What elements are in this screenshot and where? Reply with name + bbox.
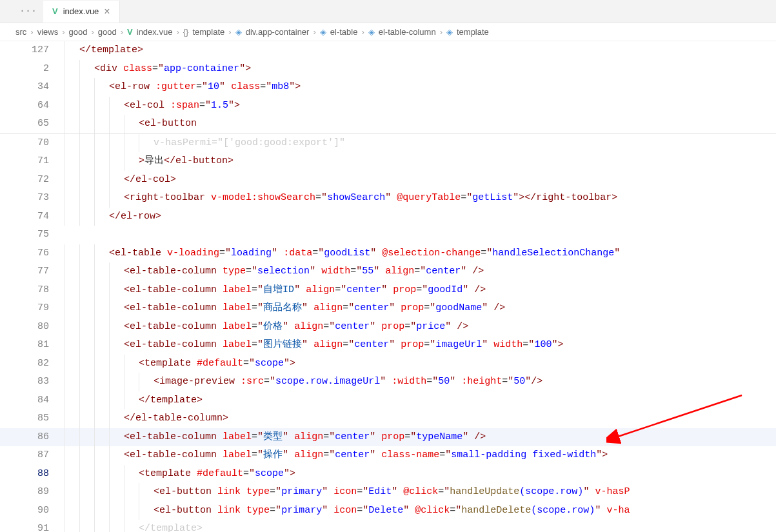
line-number: 90 xyxy=(0,502,65,520)
tab-filename: index.vue xyxy=(63,6,99,16)
editor-container: ··· V index.vue × src › views › good › g… xyxy=(0,0,776,532)
code-content[interactable]: <image-preview :src="scope.row.imageUrl"… xyxy=(65,373,776,391)
line-number: 65 xyxy=(0,115,65,133)
line-number: 70 xyxy=(0,134,65,153)
line-number: 64 xyxy=(0,97,65,115)
code-line[interactable]: 73 <right-toolbar v-model:showSearch="sh… xyxy=(0,189,776,208)
code-line[interactable]: 85 </el-table-column> xyxy=(0,409,776,428)
line-number: 86 xyxy=(0,428,65,447)
code-line[interactable]: 88 <template #default="scope"> xyxy=(0,465,776,484)
breadcrumb-item[interactable]: el-table-column xyxy=(379,27,436,37)
code-line[interactable]: 80 <el-table-column label="价格" align="ce… xyxy=(0,318,776,337)
code-line[interactable]: 78 <el-table-column label="自增ID" align="… xyxy=(0,281,776,300)
cube-icon: ◈ xyxy=(368,27,375,37)
code-content[interactable]: <el-table-column label="价格" align="cente… xyxy=(65,318,776,337)
line-number: 83 xyxy=(0,373,65,391)
code-content[interactable]: <el-table-column label="操作" align="cente… xyxy=(65,446,776,465)
code-line[interactable]: 87 <el-table-column label="操作" align="ce… xyxy=(0,446,776,465)
code-line[interactable]: 79 <el-table-column label="商品名称" align="… xyxy=(0,299,776,318)
line-number: 82 xyxy=(0,355,65,373)
code-line[interactable]: 89 <el-button link type="primary" icon="… xyxy=(0,483,776,502)
vue-icon: V xyxy=(52,6,58,16)
code-line[interactable]: 34 <el-row :gutter="10" class="mb8"> xyxy=(0,78,776,97)
code-content[interactable]: </template> xyxy=(65,41,776,60)
breadcrumb-sep: › xyxy=(313,27,315,37)
breadcrumb-item[interactable]: template xyxy=(457,27,489,37)
code-line[interactable]: 70 v-hasPermi="['good:good:export']" xyxy=(0,134,776,153)
code-content[interactable]: <el-table-column type="selection" width=… xyxy=(65,262,776,281)
code-content[interactable]: v-hasPermi="['good:good:export']" xyxy=(65,134,776,153)
code-content[interactable]: </template> xyxy=(65,520,776,532)
code-content[interactable]: <template #default="scope"> xyxy=(65,465,776,484)
line-number: 127 xyxy=(0,41,65,60)
close-icon[interactable]: × xyxy=(104,6,110,17)
code-line[interactable]: 127 </template> xyxy=(0,41,776,60)
code-content[interactable] xyxy=(65,226,776,244)
code-line[interactable]: 77 <el-table-column type="selection" wid… xyxy=(0,262,776,281)
code-content[interactable]: <el-table-column label="图片链接" align="cen… xyxy=(65,336,776,355)
line-number: 34 xyxy=(0,78,65,97)
code-content[interactable]: <el-table-column label="商品名称" align="cen… xyxy=(65,299,776,318)
breadcrumb-item[interactable]: src xyxy=(15,27,26,37)
breadcrumb-item[interactable]: el-table xyxy=(330,27,358,37)
code-content[interactable]: <el-button xyxy=(65,115,776,133)
tab-index-vue[interactable]: V index.vue × xyxy=(43,1,120,23)
breadcrumb-item[interactable]: good xyxy=(98,27,117,37)
line-number: 77 xyxy=(0,262,65,281)
line-number: 71 xyxy=(0,152,65,171)
code-content[interactable]: <el-button link type="primary" icon="Edi… xyxy=(65,483,776,502)
code-line[interactable]: 86 <el-table-column label="类型" align="ce… xyxy=(0,428,776,447)
code-line[interactable]: 84 </template> xyxy=(0,391,776,410)
line-number: 2 xyxy=(0,60,65,79)
code-content[interactable]: </el-row> xyxy=(65,208,776,226)
breadcrumb-item[interactable]: views xyxy=(37,27,59,37)
line-number: 72 xyxy=(0,171,65,190)
code-line[interactable]: 90 <el-button link type="primary" icon="… xyxy=(0,502,776,520)
breadcrumb-sep: › xyxy=(62,27,65,37)
code-line[interactable]: 65 <el-button xyxy=(0,115,776,133)
line-number: 78 xyxy=(0,281,65,300)
line-number: 84 xyxy=(0,391,65,410)
code-content[interactable]: <el-table-column label="自增ID" align="cen… xyxy=(65,281,776,300)
breadcrumb-sep: › xyxy=(440,27,443,37)
code-content[interactable]: <el-table-column label="类型" align="cente… xyxy=(65,428,776,447)
code-line[interactable]: 2 <div class="app-container"> xyxy=(0,60,776,79)
code-line[interactable]: 64 <el-col :span="1.5"> xyxy=(0,97,776,115)
code-line[interactable]: 71 >导出</el-button> xyxy=(0,152,776,171)
code-line[interactable]: 74 </el-row> xyxy=(0,208,776,226)
code-content[interactable]: </template> xyxy=(65,391,776,410)
breadcrumb-sep: › xyxy=(121,27,123,37)
code-content[interactable]: >导出</el-button> xyxy=(65,152,776,171)
line-number: 89 xyxy=(0,483,65,502)
code-line[interactable]: 81 <el-table-column label="图片链接" align="… xyxy=(0,336,776,355)
code-content[interactable]: <el-table v-loading="loading" :data="goo… xyxy=(65,244,776,263)
sticky-scroll-header[interactable]: 127 </template> 2 <div class="app-contai… xyxy=(0,41,776,134)
code-content[interactable]: <el-button link type="primary" icon="Del… xyxy=(65,502,776,520)
code-content[interactable]: <el-row :gutter="10" class="mb8"> xyxy=(65,78,776,97)
line-number: 88 xyxy=(0,465,65,484)
activity-menu-icon[interactable]: ··· xyxy=(13,6,43,17)
code-line[interactable]: 83 <image-preview :src="scope.row.imageU… xyxy=(0,373,776,391)
code-content[interactable]: </el-table-column> xyxy=(65,409,776,428)
breadcrumb[interactable]: src › views › good › good › V index.vue … xyxy=(0,23,776,41)
code-line[interactable]: 75 xyxy=(0,226,776,244)
code-line[interactable]: 76 <el-table v-loading="loading" :data="… xyxy=(0,244,776,263)
breadcrumb-sep: › xyxy=(176,27,179,37)
breadcrumb-item[interactable]: good xyxy=(69,27,88,37)
code-line[interactable]: 91 </template> xyxy=(0,520,776,532)
breadcrumb-sep: › xyxy=(228,27,231,37)
code-editor[interactable]: 70 v-hasPermi="['good:good:export']" 71 … xyxy=(0,134,776,533)
breadcrumb-item[interactable]: template xyxy=(192,27,224,37)
code-content[interactable]: <template #default="scope"> xyxy=(65,355,776,373)
code-content[interactable]: <div class="app-container"> xyxy=(65,60,776,79)
braces-icon: {} xyxy=(183,27,189,37)
code-content[interactable]: <el-col :span="1.5"> xyxy=(65,97,776,115)
breadcrumb-item[interactable]: index.vue xyxy=(137,27,173,37)
line-number: 87 xyxy=(0,446,65,465)
code-content[interactable]: </el-col> xyxy=(65,171,776,190)
breadcrumb-item[interactable]: div.app-container xyxy=(246,27,310,37)
code-line[interactable]: 82 <template #default="scope"> xyxy=(0,355,776,373)
cube-icon: ◈ xyxy=(446,27,453,37)
code-content[interactable]: <right-toolbar v-model:showSearch="showS… xyxy=(65,189,776,208)
code-line[interactable]: 72 </el-col> xyxy=(0,171,776,190)
